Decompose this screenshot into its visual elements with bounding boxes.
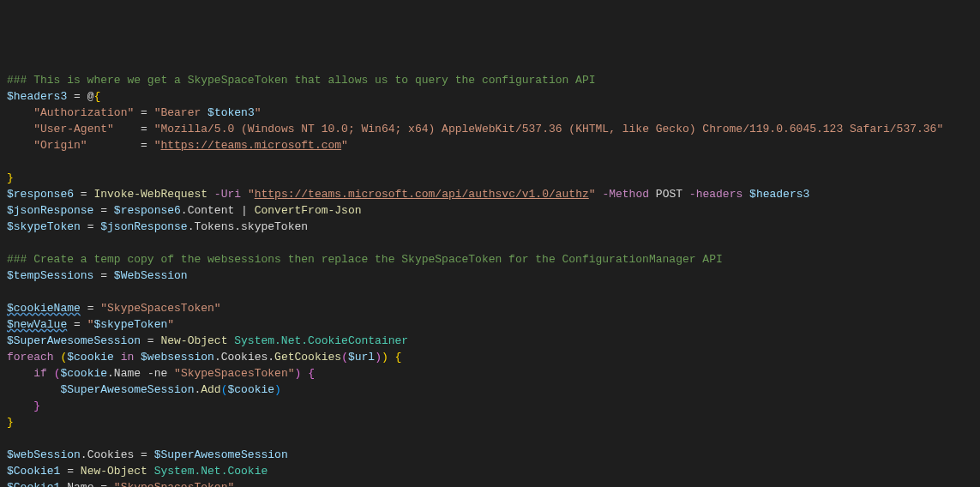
space bbox=[649, 188, 656, 201]
variable: $newValue bbox=[7, 318, 67, 331]
cmdlet: ConvertFrom-Json bbox=[255, 204, 362, 217]
variable: $SuperAwesomeSession bbox=[60, 383, 194, 396]
variable: $response6 bbox=[114, 204, 181, 217]
variable: $skypeToken bbox=[93, 318, 167, 331]
brace-open: { bbox=[308, 367, 315, 380]
variable: $WebSession bbox=[114, 269, 188, 282]
keyword: if bbox=[33, 367, 47, 380]
url-string: https://teams.microsoft.com/api/authsvc/… bbox=[255, 188, 589, 201]
space bbox=[388, 351, 395, 364]
paren-open: ( bbox=[341, 351, 348, 364]
brace-close: } bbox=[33, 400, 40, 412]
op: = bbox=[60, 465, 80, 478]
op: = bbox=[74, 188, 93, 201]
string: "SkypeSpacesToken" bbox=[114, 481, 234, 487]
cmdlet: New-Object bbox=[81, 465, 147, 478]
variable: $Cookie1 bbox=[7, 465, 60, 478]
op: = bbox=[87, 139, 154, 152]
variable: $skypeToken bbox=[7, 220, 81, 233]
variable: $token3 bbox=[207, 106, 255, 119]
member: .Cookies. bbox=[214, 351, 274, 364]
hash-key: "Origin" bbox=[33, 139, 87, 152]
member: .Tokens.skypeToken bbox=[188, 220, 308, 233]
op: = bbox=[114, 123, 154, 135]
paren-close: ) bbox=[375, 351, 382, 364]
brace-close: } bbox=[7, 416, 14, 429]
paren-close: ) bbox=[382, 351, 388, 364]
variable: $cookie bbox=[60, 367, 107, 380]
keyword: in bbox=[114, 351, 141, 364]
variable: $Cookie1 bbox=[7, 481, 60, 487]
comment-line: ### This is where we get a SkypeSpaceTok… bbox=[7, 74, 596, 87]
variable: $tempSessions bbox=[7, 269, 93, 282]
space bbox=[743, 188, 749, 201]
space bbox=[241, 188, 248, 201]
variable: $url bbox=[348, 351, 375, 364]
parameter: -headers bbox=[689, 188, 743, 201]
code-editor[interactable]: ### This is where we get a SkypeSpaceTok… bbox=[7, 72, 973, 487]
comment-line: ### Create a temp copy of the websession… bbox=[7, 253, 723, 266]
hash-key: "User-Agent" bbox=[33, 123, 114, 135]
type-name: System.Net.CookieContainer bbox=[234, 334, 408, 347]
op: = bbox=[141, 334, 160, 347]
hash-key: "Authorization" bbox=[33, 106, 134, 119]
parameter: -Method bbox=[602, 188, 649, 201]
op: = bbox=[81, 220, 100, 233]
member: .Name bbox=[107, 367, 141, 380]
member: .Name bbox=[60, 481, 93, 487]
space bbox=[301, 367, 308, 380]
operator: -ne bbox=[141, 367, 174, 380]
variable: $headers3 bbox=[7, 90, 67, 103]
string: " bbox=[255, 106, 262, 119]
variable: $response6 bbox=[7, 188, 74, 201]
string: "Mozilla/5.0 (Windows NT 10.0; Win64; x6… bbox=[154, 123, 944, 135]
variable: $webSession bbox=[7, 448, 81, 461]
argument: POST bbox=[656, 188, 682, 201]
variable: $jsonResponse bbox=[100, 220, 187, 233]
space bbox=[682, 188, 689, 201]
member: .Cookies bbox=[81, 448, 134, 461]
variable: $cookie bbox=[67, 351, 114, 364]
op: = bbox=[81, 302, 100, 315]
variable: $cookie bbox=[227, 383, 274, 396]
paren-close: ) bbox=[274, 383, 281, 396]
space bbox=[207, 188, 214, 201]
op: = bbox=[134, 448, 153, 461]
brace-close: } bbox=[7, 171, 14, 184]
variable: $SuperAwesomeSession bbox=[7, 334, 141, 347]
quote: " bbox=[589, 188, 596, 201]
member: .Content bbox=[181, 204, 234, 217]
op: = bbox=[67, 318, 87, 331]
type-name: System.Net.Cookie bbox=[154, 465, 268, 478]
quote: " bbox=[341, 139, 348, 152]
op: = bbox=[134, 106, 153, 119]
op: = bbox=[93, 269, 113, 282]
cmdlet: Invoke-WebRequest bbox=[93, 188, 207, 201]
pipe: | bbox=[234, 204, 254, 217]
variable: $cookieName bbox=[7, 302, 81, 315]
op: = bbox=[67, 90, 87, 103]
variable: $SuperAwesomeSession bbox=[154, 448, 288, 461]
op: = bbox=[93, 481, 113, 487]
space bbox=[147, 465, 154, 478]
variable: $jsonResponse bbox=[7, 204, 93, 217]
parameter: -Uri bbox=[214, 188, 241, 201]
string: "SkypeSpacesToken" bbox=[174, 367, 294, 380]
brace-open: { bbox=[395, 351, 402, 364]
variable: $websession bbox=[141, 351, 214, 364]
url-string: https://teams.microsoft.com bbox=[160, 139, 341, 152]
space bbox=[47, 367, 54, 380]
op: = bbox=[93, 204, 113, 217]
method: Add bbox=[201, 383, 220, 396]
cmdlet: New-Object bbox=[160, 334, 227, 347]
keyword: foreach bbox=[7, 351, 54, 364]
brace-open: { bbox=[93, 90, 100, 103]
string: "Bearer bbox=[154, 106, 207, 119]
quote: " bbox=[248, 188, 255, 201]
string: "SkypeSpacesToken" bbox=[100, 302, 220, 315]
method: GetCookies bbox=[274, 351, 341, 364]
quote: " bbox=[167, 318, 174, 331]
variable: $headers3 bbox=[749, 188, 809, 201]
